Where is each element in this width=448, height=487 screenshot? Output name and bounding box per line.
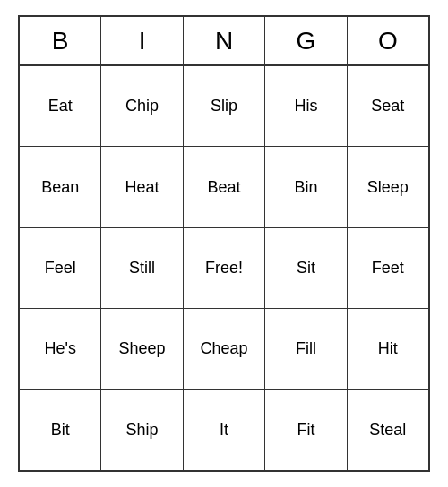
bingo-row: EatChipSlipHisSeat	[20, 66, 428, 147]
bingo-cell: Chip	[101, 66, 183, 146]
bingo-cell: Free!	[184, 228, 265, 308]
header-letter: N	[184, 17, 265, 66]
bingo-cell: Heat	[101, 147, 183, 226]
bingo-cell: Still	[101, 228, 183, 308]
bingo-cell: Ship	[101, 390, 183, 470]
header-letter: G	[265, 17, 347, 66]
header-letter: B	[20, 17, 101, 66]
bingo-cell: Slip	[184, 66, 265, 146]
bingo-row: FeelStillFree!SitFeet	[20, 228, 428, 309]
bingo-row: He'sSheepCheapFillHit	[20, 309, 428, 389]
bingo-cell: Cheap	[184, 309, 265, 389]
bingo-cell: Fit	[265, 390, 347, 470]
bingo-cell: Seat	[348, 66, 428, 146]
bingo-cell: Sit	[265, 228, 347, 308]
bingo-cell: Bin	[265, 147, 347, 226]
bingo-cell: Sleep	[348, 147, 428, 226]
bingo-cell: Feel	[20, 228, 101, 308]
bingo-cell: Bean	[20, 147, 101, 226]
bingo-cell: Eat	[20, 66, 101, 146]
bingo-cell: Steal	[348, 390, 428, 470]
bingo-cell: It	[184, 390, 265, 470]
bingo-cell: He's	[20, 309, 101, 389]
header-letter: I	[101, 17, 183, 66]
bingo-cell: Sheep	[101, 309, 183, 389]
bingo-row: BeanHeatBeatBinSleep	[20, 147, 428, 227]
bingo-header: BINGO	[20, 17, 428, 66]
bingo-cell: His	[265, 66, 347, 146]
header-letter: O	[348, 17, 428, 66]
bingo-cell: Bit	[20, 390, 101, 470]
bingo-cell: Fill	[265, 309, 347, 389]
bingo-row: BitShipItFitSteal	[20, 390, 428, 470]
bingo-cell: Beat	[184, 147, 265, 226]
bingo-card: BINGO EatChipSlipHisSeatBeanHeatBeatBinS…	[18, 15, 430, 472]
bingo-cell: Feet	[348, 228, 428, 308]
bingo-cell: Hit	[348, 309, 428, 389]
bingo-body: EatChipSlipHisSeatBeanHeatBeatBinSleepFe…	[20, 66, 428, 470]
